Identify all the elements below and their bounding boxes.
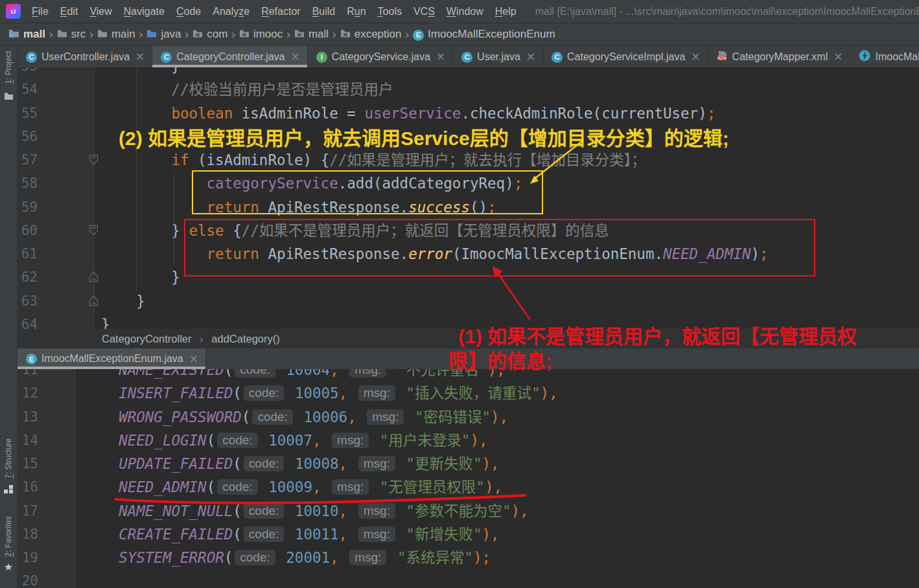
- line-number[interactable]: 55: [17, 102, 38, 125]
- close-icon[interactable]: ×: [526, 51, 535, 62]
- menu-window[interactable]: Window: [441, 0, 489, 23]
- close-icon[interactable]: ×: [291, 51, 300, 62]
- line-number[interactable]: 11: [17, 369, 38, 381]
- enum-line-18[interactable]: CREATE_FAILED(code: 10011, msg: "新增失败"),: [75, 523, 919, 546]
- line-number[interactable]: 16: [17, 475, 38, 499]
- code-area-enum[interactable]: NAME_EXISTED(code: 10004, msg: "不允许重名"),…: [75, 369, 919, 588]
- code-line-61[interactable]: return ApiRestResponse.error(ImoocMallEx…: [95, 242, 919, 266]
- enum-line-13[interactable]: WRONG_PASSWORD(code: 10006, msg: "密码错误")…: [75, 405, 919, 429]
- menu-edit[interactable]: Edit: [54, 0, 84, 23]
- menu-run[interactable]: Run: [341, 0, 371, 23]
- tool-button-favorites[interactable]: 2: Favorites ★: [0, 516, 17, 572]
- line-number[interactable]: 15: [17, 452, 38, 475]
- menu-analyze[interactable]: Analyze: [207, 0, 255, 23]
- code-line-53[interactable]: }: [95, 67, 919, 78]
- close-icon[interactable]: ×: [436, 51, 445, 62]
- code-line-58[interactable]: categoryService.add(addCategoryReq);: [95, 172, 919, 195]
- tab-categoryserviceimpl-java[interactable]: CCategoryServiceImpl.java×: [543, 46, 708, 67]
- enum-line-11[interactable]: NAME_EXISTED(code: 10004, msg: "不允许重名"),: [75, 369, 919, 381]
- line-number[interactable]: 12: [17, 381, 38, 405]
- breadcrumb-main[interactable]: main: [97, 28, 135, 41]
- parameter-hint: msg:: [367, 409, 404, 425]
- menu-refactor[interactable]: Refactor: [255, 0, 306, 23]
- line-number[interactable]: 56: [17, 125, 38, 148]
- code-line-64[interactable]: }: [95, 313, 919, 329]
- close-icon[interactable]: ×: [691, 51, 700, 62]
- breadcrumb-method[interactable]: addCategory(): [211, 333, 279, 345]
- code-line-60[interactable]: } else {//如果不是管理员用户；就返回【无管理员权限】的信息: [95, 219, 919, 242]
- code-line-56[interactable]: [95, 125, 919, 148]
- tab-categorymapper-xml[interactable]: </>CategoryMapper.xml×: [708, 46, 851, 67]
- line-number[interactable]: 53: [17, 67, 38, 78]
- close-icon[interactable]: ×: [189, 354, 198, 365]
- tab-label: CategoryServiceImpl.java: [567, 51, 685, 63]
- tool-button-structure[interactable]: 7: Structure: [0, 438, 17, 497]
- enum-line-17[interactable]: NAME_NOT_NULL(code: 10010, msg: "参数不能为空"…: [75, 499, 919, 523]
- code-line-54[interactable]: //校验当前用户是否是管理员用户: [95, 78, 919, 101]
- menu-vcs[interactable]: VCS: [408, 0, 441, 23]
- code-line-55[interactable]: boolean isAdminRole = userService.checkA…: [95, 102, 919, 125]
- tab-imoocmallexcep[interactable]: ImoocMallExcep: [850, 46, 919, 67]
- menu-navigate[interactable]: Navigate: [118, 0, 170, 23]
- line-number[interactable]: 14: [17, 429, 38, 452]
- breadcrumb-src[interactable]: src: [57, 28, 86, 41]
- tool-button-project[interactable]: 1: Project: [0, 51, 17, 103]
- line-number[interactable]: 60: [17, 219, 38, 242]
- enum-line-15[interactable]: UPDATE_FAILED(code: 10008, msg: "更新失败"),: [75, 452, 919, 475]
- menu-tools[interactable]: Tools: [372, 0, 408, 23]
- breadcrumb-class[interactable]: CategoryController: [102, 333, 191, 345]
- tab-categoryservice-java[interactable]: ICategoryService.java×: [308, 46, 453, 67]
- code-line-63[interactable]: }: [95, 289, 919, 313]
- breadcrumb-imooc[interactable]: imooc: [239, 28, 283, 41]
- line-number[interactable]: 20: [17, 569, 38, 588]
- breadcrumb-mall[interactable]: mall: [294, 28, 329, 41]
- line-number[interactable]: 62: [17, 266, 38, 289]
- line-number[interactable]: 19: [17, 546, 38, 569]
- menu-file[interactable]: File: [26, 0, 54, 23]
- left-tool-stripe: 1: Project 7: Structure 2: Favorites ★: [0, 46, 17, 588]
- code-line-57[interactable]: if (isAdminRole) {//如果是管理用户；就去执行【增加目录分类】…: [95, 148, 919, 172]
- code-line-62[interactable]: }: [95, 266, 919, 289]
- enum-line-16[interactable]: NEED_ADMIN(code: 10009, msg: "无管理员权限"),: [75, 475, 919, 499]
- enum-line-14[interactable]: NEED_LOGIN(code: 10007, msg: "用户未登录"),: [75, 429, 919, 452]
- code-area-main[interactable]: } //校验当前用户是否是管理员用户 boolean isAdminRole =…: [95, 67, 919, 329]
- line-number[interactable]: 58: [17, 172, 38, 195]
- line-number[interactable]: 13: [17, 405, 38, 429]
- parameter-hint: code:: [244, 526, 284, 542]
- editor-category-controller[interactable]: 535455565758596061626364 } //校验当前用户是否是管理…: [17, 67, 919, 329]
- enum-line-20[interactable]: [75, 569, 919, 588]
- chevron-right-icon: ›: [89, 27, 94, 41]
- close-icon[interactable]: ×: [135, 51, 145, 62]
- line-number[interactable]: 64: [17, 313, 38, 329]
- structure-icon: [4, 484, 14, 497]
- navigation-bar: mall›src›main›java›com›imooc›mall›except…: [0, 23, 919, 46]
- tab-categorycontroller-java[interactable]: CCategoryController.java×: [152, 46, 307, 67]
- line-number[interactable]: 63: [17, 289, 38, 313]
- line-number[interactable]: 17: [17, 499, 38, 523]
- tab-imoocmallexceptionenum-java[interactable]: EImoocMallExceptionEnum.java×: [17, 348, 206, 369]
- enum-line-19[interactable]: SYSTEM_ERROR(code: 20001, msg: "系统异常");: [75, 546, 919, 569]
- breadcrumb-java[interactable]: java: [146, 28, 181, 41]
- tab-usercontroller-java[interactable]: CUserController.java×: [17, 46, 152, 67]
- menu-help[interactable]: Help: [489, 0, 522, 23]
- editor-exception-enum[interactable]: 11121314151617181920 NAME_EXISTED(code: …: [17, 369, 919, 588]
- line-number[interactable]: 54: [17, 78, 38, 101]
- breadcrumb-mall[interactable]: mall: [8, 28, 45, 41]
- line-number[interactable]: 18: [17, 523, 38, 546]
- menu-build[interactable]: Build: [307, 0, 342, 23]
- menu-code[interactable]: Code: [170, 0, 207, 23]
- enum-line-12[interactable]: INSERT_FAILED(code: 10005, msg: "插入失败，请重…: [75, 381, 919, 405]
- breadcrumb-exception[interactable]: exception: [340, 28, 402, 41]
- tab-user-java[interactable]: CUser.java×: [453, 46, 543, 67]
- line-number[interactable]: 61: [17, 242, 38, 266]
- gutter-main[interactable]: 535455565758596061626364: [17, 67, 95, 329]
- breadcrumb-imoocmallexceptionenum[interactable]: EImoocMallExceptionEnum: [413, 28, 555, 41]
- code-line-59[interactable]: return ApiRestResponse.success();: [95, 196, 919, 219]
- menu-view[interactable]: View: [84, 0, 117, 23]
- line-number[interactable]: 57: [17, 148, 38, 172]
- close-icon[interactable]: ×: [833, 51, 843, 62]
- breadcrumb-com[interactable]: com: [192, 28, 227, 41]
- intellij-idea-window: IJ FileEditViewNavigateCodeAnalyzeRefact…: [0, 0, 919, 588]
- gutter-enum[interactable]: 11121314151617181920: [17, 369, 75, 588]
- line-number[interactable]: 59: [17, 196, 38, 219]
